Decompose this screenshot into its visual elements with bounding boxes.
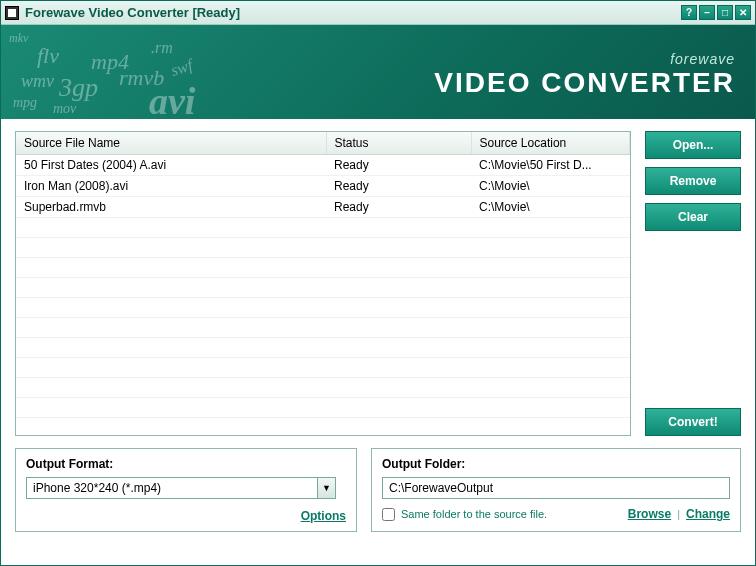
table-row[interactable]: 50 First Dates (2004) A.aviReadyC:\Movie… bbox=[16, 155, 630, 176]
cell-status bbox=[326, 298, 471, 318]
table-row bbox=[16, 238, 630, 258]
app-window: Forewave Video Converter [Ready] ? – □ ✕… bbox=[0, 0, 756, 566]
cell-location bbox=[471, 338, 630, 358]
side-buttons: Open... Remove Clear Convert! bbox=[645, 131, 741, 436]
open-button[interactable]: Open... bbox=[645, 131, 741, 159]
output-folder-panel: Output Folder: Same folder to the source… bbox=[371, 448, 741, 532]
cell-status bbox=[326, 218, 471, 238]
table-row bbox=[16, 298, 630, 318]
cell-status bbox=[326, 358, 471, 378]
cell-name bbox=[16, 258, 326, 278]
table-row[interactable]: Iron Man (2008).aviReadyC:\Movie\ bbox=[16, 176, 630, 197]
change-link[interactable]: Change bbox=[686, 507, 730, 521]
separator: | bbox=[677, 508, 680, 520]
cell-name bbox=[16, 398, 326, 418]
cell-status: Ready bbox=[326, 197, 471, 218]
banner-decor: flv mp4 .rm wmv 3gp rmvb swf avi mpg mov… bbox=[1, 25, 281, 119]
table-row bbox=[16, 398, 630, 418]
chevron-down-icon: ▼ bbox=[317, 478, 335, 498]
cell-status bbox=[326, 318, 471, 338]
cell-name bbox=[16, 298, 326, 318]
cell-status bbox=[326, 378, 471, 398]
cell-status: Ready bbox=[326, 176, 471, 197]
cell-status bbox=[326, 278, 471, 298]
cell-name bbox=[16, 318, 326, 338]
cell-location bbox=[471, 218, 630, 238]
same-folder-checkbox[interactable] bbox=[382, 508, 395, 521]
output-folder-input[interactable] bbox=[382, 477, 730, 499]
output-format-panel: Output Format: iPhone 320*240 (*.mp4) ▼ … bbox=[15, 448, 357, 532]
cell-name bbox=[16, 378, 326, 398]
col-header-name[interactable]: Source File Name bbox=[16, 132, 326, 155]
minimize-button[interactable]: – bbox=[699, 5, 715, 20]
cell-name: 50 First Dates (2004) A.avi bbox=[16, 155, 326, 176]
cell-status bbox=[326, 238, 471, 258]
cell-name: Iron Man (2008).avi bbox=[16, 176, 326, 197]
cell-location bbox=[471, 358, 630, 378]
banner: flv mp4 .rm wmv 3gp rmvb swf avi mpg mov… bbox=[1, 25, 755, 119]
output-format-value: iPhone 320*240 (*.mp4) bbox=[27, 481, 317, 495]
col-header-location[interactable]: Source Location bbox=[471, 132, 630, 155]
cell-name bbox=[16, 358, 326, 378]
cell-location bbox=[471, 298, 630, 318]
table-row bbox=[16, 258, 630, 278]
browse-link[interactable]: Browse bbox=[628, 507, 671, 521]
cell-location: C:\Movie\ bbox=[471, 197, 630, 218]
maximize-button[interactable]: □ bbox=[717, 5, 733, 20]
cell-status bbox=[326, 338, 471, 358]
output-format-title: Output Format: bbox=[26, 457, 346, 471]
output-folder-title: Output Folder: bbox=[382, 457, 730, 471]
top-row: Source File Name Status Source Location … bbox=[15, 131, 741, 436]
cell-status: Ready bbox=[326, 155, 471, 176]
cell-name: Superbad.rmvb bbox=[16, 197, 326, 218]
cell-status bbox=[326, 258, 471, 278]
clear-button[interactable]: Clear bbox=[645, 203, 741, 231]
brand-small: forewave bbox=[434, 51, 735, 67]
file-grid[interactable]: Source File Name Status Source Location … bbox=[15, 131, 631, 436]
cell-location: C:\Movie\ bbox=[471, 176, 630, 197]
cell-name bbox=[16, 278, 326, 298]
table-row bbox=[16, 218, 630, 238]
banner-logo: forewave VIDEO CONVERTER bbox=[434, 51, 735, 99]
table-row bbox=[16, 378, 630, 398]
cell-status bbox=[326, 398, 471, 418]
cell-location bbox=[471, 238, 630, 258]
cell-location bbox=[471, 398, 630, 418]
cell-location bbox=[471, 318, 630, 338]
content-area: Source File Name Status Source Location … bbox=[1, 119, 755, 565]
same-folder-label: Same folder to the source file. bbox=[401, 508, 547, 520]
table-row[interactable]: Superbad.rmvbReadyC:\Movie\ bbox=[16, 197, 630, 218]
output-format-select[interactable]: iPhone 320*240 (*.mp4) ▼ bbox=[26, 477, 336, 499]
close-button[interactable]: ✕ bbox=[735, 5, 751, 20]
table-row bbox=[16, 358, 630, 378]
cell-location: C:\Movie\50 First D... bbox=[471, 155, 630, 176]
table-row bbox=[16, 278, 630, 298]
remove-button[interactable]: Remove bbox=[645, 167, 741, 195]
cell-name bbox=[16, 218, 326, 238]
cell-location bbox=[471, 258, 630, 278]
col-header-status[interactable]: Status bbox=[326, 132, 471, 155]
options-link[interactable]: Options bbox=[301, 509, 346, 523]
help-button[interactable]: ? bbox=[681, 5, 697, 20]
convert-button[interactable]: Convert! bbox=[645, 408, 741, 436]
table-row bbox=[16, 318, 630, 338]
brand-large: VIDEO CONVERTER bbox=[434, 67, 735, 99]
bottom-row: Output Format: iPhone 320*240 (*.mp4) ▼ … bbox=[15, 448, 741, 532]
cell-location bbox=[471, 278, 630, 298]
cell-location bbox=[471, 378, 630, 398]
app-icon bbox=[5, 6, 19, 20]
titlebar: Forewave Video Converter [Ready] ? – □ ✕ bbox=[1, 1, 755, 25]
cell-name bbox=[16, 238, 326, 258]
window-title: Forewave Video Converter [Ready] bbox=[25, 5, 679, 20]
cell-name bbox=[16, 338, 326, 358]
table-row bbox=[16, 338, 630, 358]
